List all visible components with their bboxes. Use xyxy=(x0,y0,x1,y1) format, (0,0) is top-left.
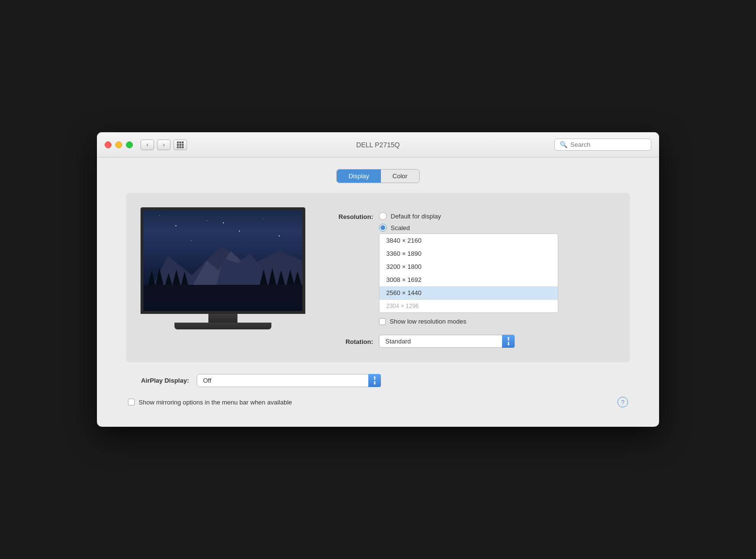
show-low-res-checkbox[interactable] xyxy=(379,318,386,325)
radio-scaled-circle xyxy=(379,224,387,232)
svg-rect-3 xyxy=(143,285,302,304)
rotation-row: Rotation: Standard 90° 180° 270° ⬆⬇ xyxy=(325,335,615,348)
monitor-stand xyxy=(141,314,305,329)
titlebar: ‹ › DELL P2715Q 🔍 xyxy=(97,132,659,157)
content-area: Display Color xyxy=(97,157,659,427)
airplay-select-wrapper: Off On ⬆⬇ xyxy=(197,374,381,387)
resolution-options: Default for display Scaled 3840 xyxy=(379,212,558,325)
monitor-display xyxy=(141,207,305,314)
forward-button[interactable]: › xyxy=(157,140,171,150)
radio-scaled[interactable]: Scaled xyxy=(379,224,558,232)
rotation-label: Rotation: xyxy=(325,337,373,345)
res-item-5[interactable]: 2304 × 1296 xyxy=(379,299,558,312)
res-item-0[interactable]: 3840 × 2160 xyxy=(379,234,558,247)
tab-group: Display Color xyxy=(336,169,420,183)
mirroring-row: Show mirroring options in the menu bar w… xyxy=(126,397,630,407)
stand-base xyxy=(174,323,271,329)
res-item-1[interactable]: 3360 × 1890 xyxy=(379,247,558,260)
res-item-3[interactable]: 3008 × 1692 xyxy=(379,273,558,286)
grid-icon xyxy=(177,141,184,148)
close-button[interactable] xyxy=(105,141,111,148)
resolution-label: Resolution: xyxy=(325,212,373,220)
bottom-section: AirPlay Display: Off On ⬆⬇ Show mirrorin… xyxy=(126,374,630,412)
main-window: ‹ › DELL P2715Q 🔍 Display Color xyxy=(97,132,659,427)
airplay-select[interactable]: Off On xyxy=(197,374,381,387)
nav-buttons: ‹ › xyxy=(141,140,171,150)
res-item-4[interactable]: 2560 × 1440 xyxy=(379,286,558,299)
show-low-res-row: Show low resolution modes xyxy=(379,318,558,325)
radio-default[interactable]: Default for display xyxy=(379,212,558,220)
airplay-row: AirPlay Display: Off On ⬆⬇ xyxy=(126,374,630,387)
tabs-container: Display Color xyxy=(126,169,630,183)
search-icon: 🔍 xyxy=(560,141,567,148)
tab-display[interactable]: Display xyxy=(337,170,381,183)
show-low-res-label: Show low resolution modes xyxy=(390,318,466,325)
traffic-lights xyxy=(105,141,133,148)
airplay-label: AirPlay Display: xyxy=(126,377,189,384)
resolution-row: Resolution: Default for display xyxy=(325,212,615,325)
tab-color[interactable]: Color xyxy=(381,170,419,183)
search-box[interactable]: 🔍 xyxy=(554,139,651,151)
main-panel: Resolution: Default for display xyxy=(126,193,630,362)
resolution-list: 3840 × 2160 3360 × 1890 3200 × 1800 3008… xyxy=(379,233,558,313)
mirroring-left: Show mirroring options in the menu bar w… xyxy=(128,399,292,406)
radio-group: Default for display Scaled xyxy=(379,212,558,232)
maximize-button[interactable] xyxy=(126,141,133,148)
radio-scaled-label: Scaled xyxy=(391,224,410,232)
res-item-2[interactable]: 3200 × 1800 xyxy=(379,260,558,273)
search-input[interactable] xyxy=(570,141,646,148)
rotation-select-wrapper: Standard 90° 180° 270° ⬆⬇ xyxy=(379,335,515,348)
grid-button[interactable] xyxy=(173,140,187,150)
help-button[interactable]: ? xyxy=(617,397,628,407)
mirroring-checkbox[interactable] xyxy=(128,399,135,405)
mirroring-label: Show mirroring options in the menu bar w… xyxy=(139,399,292,406)
rotation-select[interactable]: Standard 90° 180° 270° xyxy=(379,335,515,348)
monitor-screen xyxy=(143,210,302,311)
mountain-svg xyxy=(143,210,302,311)
monitor-container xyxy=(141,207,305,329)
settings-panel: Resolution: Default for display xyxy=(325,207,615,348)
radio-scaled-inner xyxy=(380,225,385,230)
window-title: DELL P2715Q xyxy=(356,141,400,149)
back-button[interactable]: ‹ xyxy=(141,140,154,150)
radio-default-label: Default for display xyxy=(391,213,441,220)
svg-marker-4 xyxy=(148,270,155,285)
radio-default-circle xyxy=(379,212,387,220)
stand-neck xyxy=(208,314,237,323)
minimize-button[interactable] xyxy=(115,141,122,148)
